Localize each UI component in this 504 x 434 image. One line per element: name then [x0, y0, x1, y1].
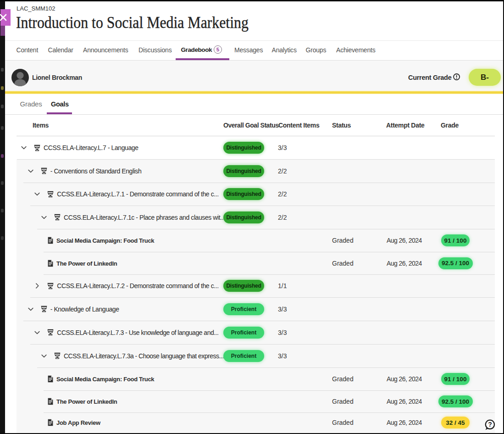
svg-text:?: ?	[488, 421, 492, 428]
